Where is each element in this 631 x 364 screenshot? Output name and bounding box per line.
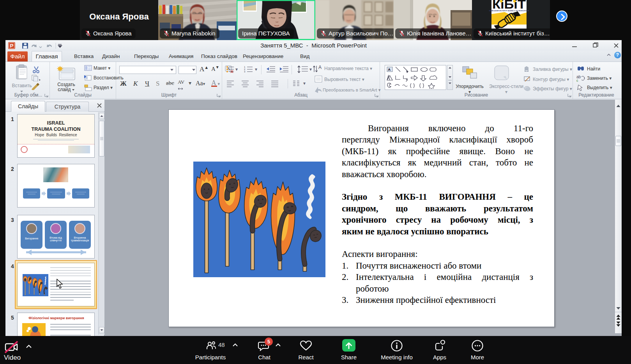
svg-text:c: c bbox=[576, 79, 578, 82]
svg-text:A: A bbox=[318, 65, 322, 70]
svg-text:КИЇВСЬКИЙ ІНСТИТУТ БІЗНЕСУ ТА: КИЇВСЬКИЙ ІНСТИТУТ БІЗНЕСУ ТА ТЕХНОЛОГІЙ bbox=[489, 10, 529, 12]
svg-text:3: 3 bbox=[244, 70, 246, 73]
svg-text:A: A bbox=[388, 68, 391, 71]
